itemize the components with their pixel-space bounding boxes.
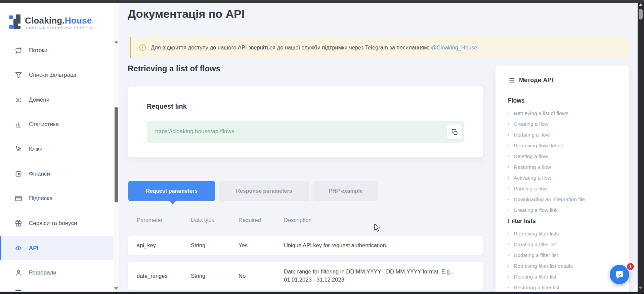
tab-php-example[interactable]: PHP example bbox=[313, 181, 378, 201]
tab-label: PHP example bbox=[329, 188, 362, 194]
cell-parameter: date_ranges bbox=[137, 273, 168, 279]
banner-message: Для відкриття доступу до нашого API звер… bbox=[151, 44, 429, 50]
table-header: Parameter Data type Required Description bbox=[128, 210, 483, 230]
referrals-icon bbox=[15, 269, 22, 277]
method-link[interactable]: Retrieving a list of flows bbox=[508, 108, 568, 119]
method-link-label: Deleting a filter list bbox=[514, 274, 556, 280]
method-link[interactable]: Updating a filter list bbox=[508, 250, 558, 261]
bullet-dot bbox=[508, 134, 509, 136]
bullet-dot bbox=[508, 145, 509, 146]
method-link[interactable]: Retrieving filter list details bbox=[508, 261, 573, 271]
sidebar-item-label: Кліки bbox=[29, 146, 43, 152]
method-link-label: Pausing a flow bbox=[514, 186, 548, 192]
chat-notification-badge: 1 bbox=[626, 262, 635, 271]
bullet-dot bbox=[508, 113, 509, 114]
brand-name: Cloaking.House bbox=[25, 15, 92, 26]
method-link[interactable]: Retrieving flow details bbox=[508, 140, 564, 151]
method-link-label: Updating a flow bbox=[514, 132, 550, 138]
sidebar-item-label: Домени bbox=[29, 97, 49, 103]
cell-parameter: api_key bbox=[137, 242, 156, 249]
method-link-label: Creating a flow link bbox=[514, 207, 558, 213]
copy-button[interactable] bbox=[447, 124, 462, 139]
sidebar-item-label: API bbox=[29, 245, 38, 252]
method-link[interactable]: Creating a flow bbox=[508, 119, 548, 130]
table-row: api_key String Yes Unique API key for re… bbox=[128, 235, 483, 255]
clicks-icon bbox=[15, 145, 22, 153]
sidebar-item-label: Підписка bbox=[29, 195, 52, 202]
method-link[interactable]: Creating a flow link bbox=[508, 205, 558, 216]
method-link-label: Downloading an integration file bbox=[514, 196, 585, 203]
column-header-required: Required bbox=[239, 217, 261, 223]
request-url: https://cloaking.house/api/flows bbox=[155, 128, 234, 135]
scroll-up-arrow-icon[interactable] bbox=[114, 40, 118, 43]
scroll-down-arrow-icon[interactable] bbox=[114, 287, 118, 290]
bullet-dot bbox=[508, 199, 509, 200]
sidebar: Cloaking.House SERVICE FILTERING TRAFFIC… bbox=[0, 3, 114, 292]
bullet-dot bbox=[508, 233, 509, 234]
method-link[interactable]: Restoring a flow bbox=[508, 162, 551, 173]
brand-tagline: SERVICE FILTERING TRAFFIC bbox=[26, 26, 93, 29]
window-top-edge bbox=[0, 0, 644, 3]
method-link-label: Updating a filter list bbox=[514, 252, 558, 258]
sidebar-item-services[interactable]: Сервіси та бонуси bbox=[0, 211, 114, 235]
api-methods-panel: Методи API Flows Retrieving a list of fl… bbox=[496, 66, 629, 294]
method-link[interactable]: Retrieving filter lists bbox=[508, 228, 559, 239]
scroll-up-arrow-icon[interactable] bbox=[639, 3, 643, 6]
filter-icon bbox=[15, 71, 22, 79]
method-link[interactable]: Deleting a flow bbox=[508, 151, 548, 162]
telegram-link[interactable]: @Cloaking_House bbox=[431, 44, 477, 50]
page-scrollbar-thumb[interactable] bbox=[639, 9, 643, 20]
column-header-parameter: Parameter bbox=[137, 217, 163, 223]
bullet-dot bbox=[508, 188, 509, 189]
method-link-label: Restoring a filter list bbox=[514, 285, 559, 291]
cell-data-type: String bbox=[191, 273, 223, 279]
brand-name-accent: House bbox=[65, 15, 92, 26]
method-link[interactable]: Creating a filter list bbox=[508, 239, 557, 250]
sidebar-item-flows[interactable]: Потоки bbox=[0, 38, 114, 63]
sidebar-item-filter-lists[interactable]: Списки фільтрації bbox=[0, 63, 114, 87]
sidebar-item-label: Списки фільтрації bbox=[29, 72, 76, 78]
bullet-dot bbox=[508, 123, 509, 125]
cell-description: Date range for filtering in DD.MM.YYYY -… bbox=[284, 268, 465, 284]
bullet-dot bbox=[508, 156, 509, 157]
sidebar-item-statistics[interactable]: Статистика bbox=[0, 112, 114, 137]
sidebar-item-partial-icon bbox=[15, 290, 21, 291]
methods-section-flows: Flows bbox=[508, 97, 525, 104]
sidebar-item-label: Потоки bbox=[29, 47, 47, 54]
column-header-data-type: Data type bbox=[191, 216, 223, 223]
cell-required: Yes bbox=[239, 242, 248, 249]
sidebar-item-label: Фінанси bbox=[29, 171, 50, 177]
sidebar-item-referrals[interactable]: Реферали bbox=[0, 260, 114, 285]
methods-section-filter-lists: Filter lists bbox=[508, 218, 536, 225]
sidebar-item-domains[interactable]: Домени bbox=[0, 87, 114, 112]
sidebar-item-subscription[interactable]: Підписка bbox=[0, 186, 114, 211]
method-link[interactable]: Deleting a filter list bbox=[508, 271, 556, 282]
request-link-card: Request link https://cloaking.house/api/… bbox=[128, 86, 483, 157]
sidebar-item-api[interactable]: API bbox=[0, 236, 114, 260]
method-link-label: Creating a filter list bbox=[514, 242, 557, 248]
method-link[interactable]: Activating a flow bbox=[508, 173, 551, 183]
flows-icon bbox=[15, 47, 22, 54]
finances-icon bbox=[15, 170, 22, 178]
method-link[interactable]: Pausing a flow bbox=[508, 183, 548, 194]
section-heading: Retrieving a list of flows bbox=[128, 64, 220, 73]
method-link[interactable]: Downloading an integration file bbox=[508, 194, 585, 205]
cell-data-type: String bbox=[191, 242, 223, 249]
cell-required: No bbox=[239, 273, 246, 279]
page-title: Документація по API bbox=[128, 7, 245, 21]
table-row: date_ranges String No Date range for fil… bbox=[128, 262, 483, 290]
tab-label: Response parameters bbox=[236, 188, 292, 194]
services-icon bbox=[15, 220, 22, 227]
scroll-down-arrow-icon[interactable] bbox=[639, 287, 643, 289]
sidebar-item-finances[interactable]: Фінанси bbox=[0, 161, 114, 186]
request-link-title: Request link bbox=[147, 103, 187, 110]
tab-request-parameters[interactable]: Request parameters bbox=[128, 181, 215, 201]
window-bottom-edge bbox=[0, 292, 644, 294]
info-banner: Для відкриття доступу до нашого API звер… bbox=[130, 37, 629, 58]
tab-response-parameters[interactable]: Response parameters bbox=[219, 181, 309, 201]
method-link-label: Restoring a flow bbox=[514, 164, 551, 170]
sidebar-scrollbar-thumb[interactable] bbox=[115, 107, 118, 203]
method-link[interactable]: Updating a flow bbox=[508, 130, 550, 140]
sidebar-item-clicks[interactable]: Кліки bbox=[0, 137, 114, 161]
method-link-label: Creating a flow bbox=[514, 121, 548, 127]
